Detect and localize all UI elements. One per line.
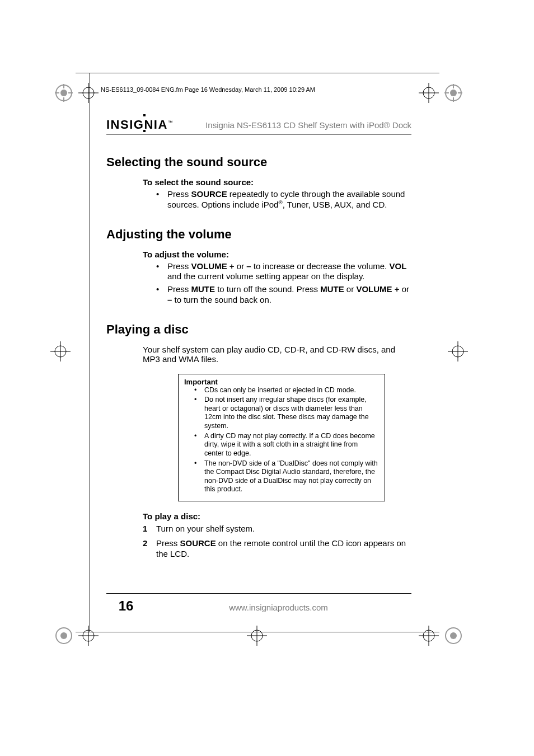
heading-volume: Adjusting the volume — [106, 227, 411, 242]
bullet-item: Press VOLUME + or – to increase or decre… — [154, 261, 411, 283]
disc-intro-text: Your shelf system can play audio CD, CD-… — [106, 345, 411, 364]
step-text: Turn on your shelf system. — [156, 524, 255, 533]
important-label: Important — [184, 378, 379, 386]
text: Press — [156, 538, 180, 548]
numbered-steps: 1 Turn on your shelf system. 2 Press SOU… — [143, 523, 411, 560]
section-volume: Adjusting the volume To adjust the volum… — [106, 227, 411, 306]
crosshair-icon — [419, 83, 439, 103]
section-sound-source: Selecting the sound source To select the… — [106, 155, 411, 210]
frame-header-text: NS-ES6113_09-0084 ENG.fm Page 16 Wednesd… — [101, 86, 315, 93]
heading-sound-source: Selecting the sound source — [106, 155, 411, 170]
crosshair-icon — [448, 341, 468, 361]
registration-mark-icon — [54, 83, 74, 103]
subheading-adjust-volume: To adjust the volume: — [106, 250, 411, 259]
registration-mark-icon — [443, 626, 463, 646]
bold-text: SOURCE — [191, 189, 227, 199]
trademark-symbol: ™ — [168, 120, 173, 125]
page-frame-left-line — [90, 73, 90, 632]
page-content: INSIGNIA™ Insignia NS-ES6113 CD Shelf Sy… — [106, 118, 411, 576]
bullet-list-sound-source: Press SOURCE repeatedly to cycle through… — [154, 189, 411, 210]
crosshair-icon — [78, 626, 99, 646]
page-footer: 16 www.insigniaproducts.com — [106, 593, 411, 614]
text: Press — [167, 189, 191, 199]
crosshair-icon — [78, 83, 99, 103]
step-number: 2 — [143, 538, 147, 549]
bullet-list-volume: Press VOLUME + or – to increase or decre… — [154, 261, 411, 306]
svg-point-36 — [450, 632, 457, 639]
page-number: 16 — [106, 598, 146, 614]
insignia-logo: INSIGNIA™ — [106, 118, 173, 132]
important-item: The non-DVD side of a "DualDisc" does no… — [194, 459, 379, 495]
important-item: A dirty CD may not play correctly. If a … — [194, 432, 379, 458]
registered-symbol: ® — [278, 199, 282, 205]
subheading-select-source: To select the sound source: — [106, 177, 411, 187]
bullet-item: Press MUTE to turn off the sound. Press … — [154, 284, 411, 306]
registration-mark-icon — [443, 83, 463, 103]
document-subtitle: Insignia NS-ES6113 CD Shelf System with … — [173, 120, 411, 130]
step-item: 1 Turn on your shelf system. — [143, 523, 411, 534]
important-item: Do not insert any irregular shape discs … — [194, 396, 379, 431]
important-list: CDs can only be inserted or ejected in C… — [194, 386, 379, 495]
heading-disc: Playing a disc — [106, 322, 411, 337]
svg-point-1 — [60, 90, 67, 96]
logo-text: INSIGNIA — [106, 118, 168, 132]
svg-point-25 — [60, 632, 67, 639]
subheading-play-disc: To play a disc: — [106, 511, 411, 521]
registration-mark-icon — [54, 626, 74, 646]
document-header: INSIGNIA™ Insignia NS-ES6113 CD Shelf Sy… — [106, 118, 411, 135]
important-callout-box: Important CDs can only be inserted or ej… — [178, 374, 385, 502]
step-item: 2 Press SOURCE on the remote control unt… — [143, 538, 411, 560]
section-disc: Playing a disc Your shelf system can pla… — [106, 322, 411, 560]
crosshair-icon — [247, 626, 267, 646]
bullet-item: Press SOURCE repeatedly to cycle through… — [154, 189, 411, 210]
svg-point-13 — [450, 90, 457, 96]
step-number: 1 — [143, 523, 147, 534]
text: , Tuner, USB, AUX, and CD. — [283, 200, 387, 209]
bold-text: SOURCE — [180, 538, 216, 548]
footer-url: www.insigniaproducts.com — [146, 603, 411, 612]
crosshair-icon — [50, 341, 71, 361]
crosshair-icon — [419, 626, 439, 646]
important-item: CDs can only be inserted or ejected in C… — [194, 386, 379, 395]
